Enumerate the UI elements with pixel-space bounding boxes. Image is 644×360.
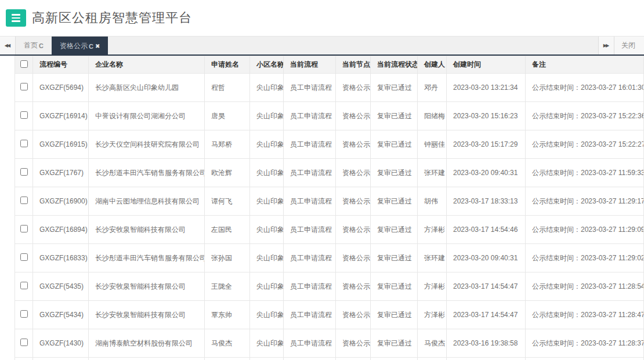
cell-process_status: 复审已通过 bbox=[371, 74, 418, 102]
column-header-applicant: 申请姓名 bbox=[205, 56, 250, 74]
cell-created_at: 2023-03-17 14:54:47 bbox=[447, 272, 526, 301]
cell-community: 尖山印象 bbox=[250, 329, 284, 358]
cell-remark: 公示结束时间：2023-03-27 11:29:17 bbox=[526, 187, 644, 216]
cell-creator: 张环建 bbox=[418, 159, 447, 187]
cell-applicant: 欧沧辉 bbox=[205, 159, 250, 187]
table-row: GXGZF(16915)长沙天仪空间科技研究院有限公司马郑桥尖山印象员工申请流程… bbox=[15, 130, 644, 159]
cell-current_process: 员工申请流程 bbox=[284, 159, 336, 187]
cell-process_id: GXGZF(16894) bbox=[33, 216, 89, 244]
cell-community: 尖山印象 bbox=[250, 244, 284, 272]
cell-process_id: GXGZF(16900) bbox=[33, 187, 89, 216]
table-row: GXGZF(16833)长沙彤道丰田汽车销售服务有限公司张孙国尖山印象员工申请流… bbox=[15, 244, 644, 272]
cell-remark: 公示结束时间：2023-03-27 16:01:30 bbox=[526, 74, 644, 102]
row-checkbox[interactable] bbox=[20, 197, 28, 204]
table-header-row: 流程编号 企业名称 申请姓名 小区名称 当前流程 当前节点 当前流程状态 创建人… bbox=[15, 56, 644, 74]
tab-label: 首页 bbox=[24, 41, 38, 50]
row-checkbox[interactable] bbox=[20, 83, 28, 90]
select-all-cell bbox=[15, 56, 33, 74]
tab-qualification-publicity[interactable]: 资格公示 C ✖ bbox=[52, 37, 108, 56]
cell-current_process: 员工申请流程 bbox=[284, 272, 336, 301]
row-checkbox[interactable] bbox=[20, 111, 28, 119]
cell-created_at: 2023-03-16 19:38:58 bbox=[447, 329, 526, 358]
row-select-cell bbox=[15, 272, 33, 301]
cell-empty bbox=[284, 358, 336, 360]
table-row: GXGZF(5435)长沙安牧泉智能科技有限公司王陇全尖山印象员工申请流程资格公… bbox=[15, 272, 644, 301]
cell-current_node: 资格公示 bbox=[336, 301, 371, 329]
cell-remark: 公示结束时间：2023-03-27 11:59:33 bbox=[526, 159, 644, 187]
row-select-cell bbox=[15, 102, 33, 130]
refresh-icon[interactable]: C bbox=[89, 43, 93, 50]
cell-community: 尖山印象 bbox=[250, 159, 284, 187]
cell-company: 中誉设计有限公司湖湘分公司 bbox=[89, 102, 205, 130]
cell-created_at: 2023-03-17 14:54:47 bbox=[447, 301, 526, 329]
cell-created_at: 2023-03-20 15:17:29 bbox=[447, 130, 526, 159]
cell-remark: 公示结束时间：2023-03-27 15:22:27 bbox=[526, 130, 644, 159]
cell-created_at: 2023-03-20 15:16:23 bbox=[447, 102, 526, 130]
table-body: GXGZF(5694)长沙高新区尖山印象幼儿园程哲尖山印象员工申请流程资格公示复… bbox=[15, 74, 644, 360]
cell-creator: 方泽彬 bbox=[418, 301, 447, 329]
select-all-checkbox[interactable] bbox=[20, 60, 28, 68]
row-checkbox[interactable] bbox=[20, 339, 28, 346]
cell-process_id: GXGZF(5435) bbox=[33, 272, 89, 301]
row-select-cell bbox=[15, 329, 33, 358]
cell-community: 尖山印象 bbox=[250, 130, 284, 159]
row-select-cell bbox=[15, 187, 33, 216]
cell-process_status: 复审已通过 bbox=[371, 102, 418, 130]
row-checkbox[interactable] bbox=[20, 253, 28, 261]
row-checkbox[interactable] bbox=[20, 168, 28, 176]
cell-community: 尖山印象 bbox=[250, 216, 284, 244]
cell-applicant: 覃东帅 bbox=[205, 301, 250, 329]
tab-home[interactable]: 首页 C bbox=[16, 37, 52, 54]
close-tab-icon[interactable]: ✖ bbox=[95, 43, 100, 49]
cell-process_id: GXGZF(1767) bbox=[33, 159, 89, 187]
cell-created_at: 2023-03-20 13:21:34 bbox=[447, 74, 526, 102]
cell-applicant: 程哲 bbox=[205, 74, 250, 102]
row-select-cell bbox=[15, 244, 33, 272]
menu-toggle-button[interactable] bbox=[6, 9, 26, 27]
row-checkbox[interactable] bbox=[20, 140, 28, 147]
cell-remark: 公示结束时间：2023-03-27 11:28:47 bbox=[526, 301, 644, 329]
cell-creator: 邓丹 bbox=[418, 74, 447, 102]
row-checkbox[interactable] bbox=[20, 310, 28, 318]
cell-process_id: GXGZF(5694) bbox=[33, 74, 89, 102]
cell-company: 长沙天仪空间科技研究院有限公司 bbox=[89, 130, 205, 159]
cell-applicant: 左国民 bbox=[205, 216, 250, 244]
row-checkbox[interactable] bbox=[20, 225, 28, 232]
hamburger-icon bbox=[12, 14, 20, 16]
cell-community: 尖山印象 bbox=[250, 301, 284, 329]
cell-remark: 公示结束时间：2023-03-27 11:28:37 bbox=[526, 329, 644, 358]
cell-current_node: 资格公示 bbox=[336, 74, 371, 102]
table-row: GXGZF(16914)中誉设计有限公司湖湘分公司唐昊尖山印象员工申请流程资格公… bbox=[15, 102, 644, 130]
cell-remark: 公示结束时间：2023-03-27 11:29:02 bbox=[526, 244, 644, 272]
cell-creator: 方泽彬 bbox=[418, 272, 447, 301]
cell-current_node: 资格公示 bbox=[336, 244, 371, 272]
cell-process_status: 复审已通过 bbox=[371, 216, 418, 244]
tab-label: 资格公示 bbox=[60, 41, 88, 51]
tabs-scroll-left-button[interactable]: ◀◀ bbox=[0, 37, 16, 54]
cell-remark: 公示结束时间：2023-03-27 15:22:36 bbox=[526, 102, 644, 130]
table-row-partial bbox=[15, 358, 644, 360]
cell-current_node: 资格公示 bbox=[336, 216, 371, 244]
row-checkbox[interactable] bbox=[20, 282, 28, 289]
cell-process_status: 复审已通过 bbox=[371, 329, 418, 358]
cell-applicant: 王陇全 bbox=[205, 272, 250, 301]
cell-creator: 阳绪梅 bbox=[418, 102, 447, 130]
cell-process_status: 复审已通过 bbox=[371, 272, 418, 301]
refresh-icon[interactable]: C bbox=[39, 42, 44, 49]
cell-creator: 方泽彬 bbox=[418, 216, 447, 244]
cell-current_node: 资格公示 bbox=[336, 272, 371, 301]
close-menu-button[interactable]: 关闭 bbox=[614, 37, 644, 54]
cell-process_status: 复审已通过 bbox=[371, 130, 418, 159]
cell-current_process: 员工申请流程 bbox=[284, 74, 336, 102]
cell-empty bbox=[336, 358, 371, 360]
cell-community: 尖山印象 bbox=[250, 272, 284, 301]
tabs-scroll-right-button[interactable]: ▶▶ bbox=[598, 37, 614, 54]
cell-company: 湖南中云图地理信息科技有限公司 bbox=[89, 187, 205, 216]
cell-community: 尖山印象 bbox=[250, 187, 284, 216]
column-header-company: 企业名称 bbox=[89, 56, 205, 74]
app-title: 高新区公租房智慧管理平台 bbox=[32, 9, 192, 27]
cell-applicant: 唐昊 bbox=[205, 102, 250, 130]
column-header-current-node: 当前节点 bbox=[336, 56, 371, 74]
cell-empty bbox=[371, 358, 418, 360]
cell-community: 尖山印象 bbox=[250, 102, 284, 130]
